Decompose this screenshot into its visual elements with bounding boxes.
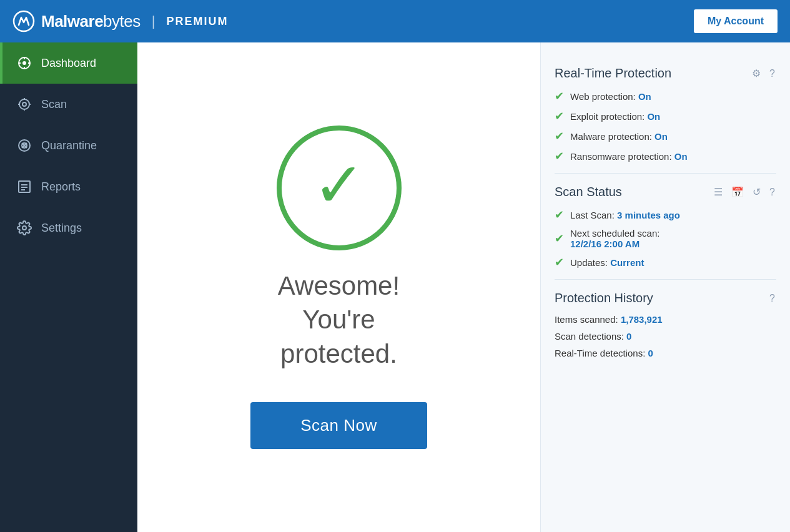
updates-check-icon: ✔: [555, 255, 564, 269]
sidebar-item-reports[interactable]: Reports: [0, 166, 137, 207]
protection-status-circle: ✓: [277, 126, 402, 250]
malware-protection-check-icon: ✔: [555, 129, 564, 143]
items-scanned-value: 1,783,921: [621, 314, 663, 325]
web-protection-check-icon: ✔: [555, 89, 564, 103]
rtp-section-header: Real-Time Protection ⚙ ?: [555, 66, 776, 81]
svg-point-19: [22, 226, 26, 230]
next-scan-label: Next scheduled scan:12/2/16 2:00 AM: [570, 228, 659, 249]
real-time-protection-section: Real-Time Protection ⚙ ? ✔ Web protectio…: [555, 55, 776, 174]
exploit-protection-label: Exploit protection: On: [570, 111, 660, 122]
status-line3: protected.: [278, 337, 400, 372]
protection-history-section: Protection History ? Items scanned: 1,78…: [555, 280, 776, 368]
sidebar-item-settings[interactable]: Settings: [0, 207, 137, 249]
malware-protection-label: Malware protection: On: [570, 131, 668, 142]
ransomware-protection-check-icon: ✔: [555, 149, 564, 163]
sidebar: Dashboard Scan: [0, 42, 137, 532]
items-scanned-label: Items scanned:: [555, 314, 621, 325]
last-scan-label: Last Scan: 3 minutes ago: [570, 210, 680, 220]
sidebar-quarantine-label: Quarantine: [41, 139, 97, 152]
premium-label: PREMIUM: [166, 15, 228, 28]
next-scan-item: ✔ Next scheduled scan:12/2/16 2:00 AM: [555, 228, 776, 249]
scan-detections-item: Scan detections: 0: [555, 331, 776, 342]
ph-section-header: Protection History ?: [555, 291, 776, 305]
svg-point-7: [19, 99, 29, 109]
settings-icon: [16, 220, 32, 236]
scan-detections-label: Scan detections:: [555, 331, 626, 342]
last-scan-item: ✔ Last Scan: 3 minutes ago: [555, 208, 776, 222]
reports-icon: [16, 179, 32, 195]
scan-icon: [16, 96, 32, 112]
content-area: ✓ Awesome! You're protected. Scan Now Re…: [137, 42, 790, 532]
sidebar-scan-label: Scan: [41, 98, 67, 111]
exploit-protection-check-icon: ✔: [555, 109, 564, 123]
realtime-detections-item: Real-Time detections: 0: [555, 348, 776, 358]
ph-section-icons: ?: [768, 292, 776, 305]
status-message: Awesome! You're protected.: [278, 269, 400, 372]
ransomware-protection-item: ✔ Ransomware protection: On: [555, 149, 776, 163]
web-protection-label: Web protection: On: [570, 91, 651, 102]
svg-point-2: [22, 61, 26, 65]
updates-value: Current: [610, 257, 644, 268]
sidebar-dashboard-label: Dashboard: [41, 57, 96, 70]
ss-refresh-icon[interactable]: ↺: [751, 185, 762, 199]
scan-detections-value: 0: [626, 331, 631, 342]
ss-section-header: Scan Status ☰ 📅 ↺ ?: [555, 185, 776, 199]
ss-help-icon[interactable]: ?: [768, 185, 776, 199]
sidebar-item-scan[interactable]: Scan: [0, 84, 137, 125]
scan-now-button[interactable]: Scan Now: [250, 402, 427, 449]
realtime-detections-value: 0: [648, 348, 653, 358]
ss-calendar-icon[interactable]: 📅: [730, 185, 745, 199]
malware-protection-item: ✔ Malware protection: On: [555, 129, 776, 143]
sidebar-item-quarantine[interactable]: Quarantine: [0, 125, 137, 166]
realtime-detections-label: Real-Time detections:: [555, 348, 648, 358]
checkmark-icon: ✓: [313, 154, 365, 216]
main-panel: ✓ Awesome! You're protected. Scan Now: [137, 42, 540, 532]
malware-protection-value: On: [654, 131, 668, 142]
sidebar-item-dashboard[interactable]: Dashboard: [0, 42, 137, 84]
next-scan-value: 12/2/16 2:00 AM: [570, 239, 639, 249]
app-logo: Malwarebytes | PREMIUM: [12, 10, 228, 32]
updates-item: ✔ Updates: Current: [555, 255, 776, 269]
ph-title: Protection History: [555, 291, 653, 305]
updates-label: Updates: Current: [570, 257, 644, 268]
web-protection-value: On: [638, 91, 651, 102]
my-account-button[interactable]: My Account: [694, 9, 778, 33]
quarantine-icon: [16, 137, 32, 154]
scan-status-section: Scan Status ☰ 📅 ↺ ? ✔ Last Scan: 3 minut…: [555, 174, 776, 280]
app-header: Malwarebytes | PREMIUM My Account: [0, 0, 790, 42]
dashboard-icon: [16, 55, 32, 71]
status-line1: Awesome!: [278, 269, 400, 303]
main-layout: Dashboard Scan: [0, 42, 790, 532]
rtp-section-icons: ⚙ ?: [751, 66, 776, 81]
last-scan-value: 3 minutes ago: [617, 210, 680, 220]
rtp-settings-icon[interactable]: ⚙: [751, 66, 762, 81]
status-line2: You're: [278, 303, 400, 337]
logo-divider: |: [152, 13, 156, 29]
items-scanned-item: Items scanned: 1,783,921: [555, 314, 776, 325]
svg-point-8: [22, 102, 26, 106]
sidebar-reports-label: Reports: [41, 180, 81, 194]
rtp-help-icon[interactable]: ?: [768, 67, 776, 81]
last-scan-check-icon: ✔: [555, 208, 564, 222]
ss-list-icon[interactable]: ☰: [713, 185, 724, 199]
exploit-protection-item: ✔ Exploit protection: On: [555, 109, 776, 123]
ransomware-protection-value: On: [674, 151, 688, 162]
sidebar-settings-label: Settings: [41, 222, 82, 235]
ransomware-protection-label: Ransomware protection: On: [570, 151, 688, 162]
ss-title: Scan Status: [555, 185, 622, 199]
exploit-protection-value: On: [647, 111, 660, 122]
right-panel: Real-Time Protection ⚙ ? ✔ Web protectio…: [540, 42, 790, 532]
web-protection-item: ✔ Web protection: On: [555, 89, 776, 103]
malwarebytes-logo-icon: [12, 10, 35, 32]
next-scan-check-icon: ✔: [555, 232, 564, 245]
ss-section-icons: ☰ 📅 ↺ ?: [713, 185, 776, 199]
rtp-title: Real-Time Protection: [555, 66, 671, 81]
logo-text: Malwarebytes: [41, 12, 141, 31]
ph-help-icon[interactable]: ?: [768, 292, 776, 305]
